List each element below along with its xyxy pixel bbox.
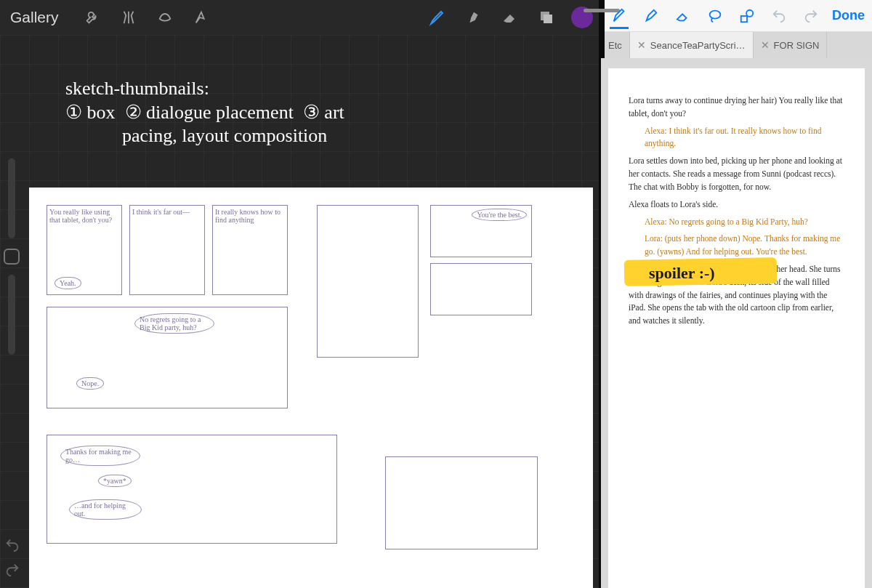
dialogue-text: I think it's far out— — [132, 208, 202, 216]
layers-icon[interactable] — [530, 1, 562, 33]
done-button[interactable]: Done — [832, 8, 865, 23]
thumbnail-panel — [430, 263, 532, 315]
script-line: Alexa: No regrets going to a Big Kid Par… — [629, 216, 844, 229]
document-viewport[interactable]: Lora turns away to continue drying her h… — [601, 58, 872, 588]
adjust-icon[interactable] — [113, 1, 145, 33]
spoiler-annotation: spoiler :-) — [649, 261, 715, 286]
undo-button[interactable] — [1, 534, 23, 556]
dialogue-reply: Nope. — [76, 377, 104, 390]
modify-button[interactable] — [4, 249, 20, 265]
highlighter-tool-icon[interactable] — [640, 5, 662, 27]
svg-point-4 — [746, 9, 753, 16]
thumbnail-panel — [317, 205, 419, 358]
dialogue-text: It really knows how to find anything — [215, 208, 285, 224]
dialogue-text: You're the best. — [472, 209, 527, 221]
tab-seance[interactable]: ✕SeanceTeaPartyScri… — [630, 32, 754, 58]
script-line: Lora: (puts her phone down) Nope. Thanks… — [629, 233, 844, 259]
thumbnail-panel: No regrets going to a Big Kid party, huh… — [47, 307, 288, 408]
thumbnail-panel: I think it's far out— — [129, 205, 205, 295]
redo-icon[interactable] — [800, 5, 822, 27]
dialogue-text: *yawn* — [98, 475, 132, 487]
handwritten-heading: sketch-thumbnails: ① box ② dialogue plac… — [65, 77, 344, 148]
dialogue-text: Thanks for making me go… — [60, 446, 140, 466]
tab-etc[interactable]: Etc — [601, 32, 630, 58]
eraser-icon[interactable] — [494, 1, 526, 33]
smudge-icon[interactable] — [458, 1, 490, 33]
procreate-canvas-area[interactable]: sketch-thumbnails: ① box ② dialogue plac… — [0, 35, 600, 588]
pen-tool-icon[interactable] — [608, 5, 630, 27]
notes-app: Done Etc ✕SeanceTeaPartyScri… ✕FOR SIGN … — [600, 0, 872, 588]
brush-icon[interactable] — [421, 1, 453, 33]
thumbnail-panel — [385, 456, 538, 549]
redo-button[interactable] — [1, 559, 23, 581]
thumbnail-panel: It really knows how to find anything — [212, 205, 288, 295]
dialogue-reply: Yeah. — [54, 277, 81, 289]
shapes-tool-icon[interactable] — [736, 5, 758, 27]
svg-point-2 — [710, 10, 721, 18]
lasso-tool-icon[interactable] — [704, 5, 726, 27]
script-line: Lora turns away to continue drying her h… — [629, 94, 844, 121]
brush-size-slider[interactable] — [8, 158, 15, 238]
opacity-slider[interactable] — [8, 275, 15, 355]
wrench-icon[interactable] — [76, 1, 108, 33]
thumbnail-panel: You're the best. — [430, 205, 532, 257]
svg-rect-1 — [544, 15, 552, 23]
markup-toolbar: Done — [601, 0, 872, 32]
move-icon[interactable] — [185, 1, 217, 33]
document-tabs: Etc ✕SeanceTeaPartyScri… ✕FOR SIGN — [601, 32, 872, 58]
close-icon[interactable]: ✕ — [637, 39, 646, 51]
dialogue-text: No regrets going to a Big Kid party, huh… — [134, 313, 214, 334]
undo-icon[interactable] — [768, 5, 790, 27]
gallery-button[interactable]: Gallery — [10, 9, 59, 26]
side-sliders — [0, 35, 23, 588]
canvas-page[interactable]: You really like using that tablet, don't… — [29, 188, 593, 588]
close-icon[interactable]: ✕ — [761, 39, 770, 51]
script-line: Lora settles down into bed, picking up h… — [629, 155, 844, 193]
procreate-toolbar: Gallery — [0, 0, 600, 35]
thumbnail-panel: Thanks for making me go… *yawn* …and for… — [47, 435, 337, 544]
dialogue-text: You really like using that tablet, don't… — [49, 208, 119, 224]
dialogue-text: …and for helping out. — [69, 499, 142, 520]
selection-icon[interactable] — [149, 1, 181, 33]
script-page: Lora turns away to continue drying her h… — [608, 68, 865, 588]
procreate-app: Gallery sketch-thumbnails: ① box ② dialo… — [0, 0, 600, 588]
script-line: Alexa: I think it's far out. It really k… — [629, 125, 844, 151]
thumbnail-panel: You really like using that tablet, don't… — [47, 205, 122, 295]
eraser-tool-icon[interactable] — [672, 5, 694, 27]
svg-rect-3 — [741, 16, 747, 22]
tab-forsign[interactable]: ✕FOR SIGN — [754, 32, 828, 58]
script-line: Alexa floats to Lora's side. — [629, 198, 844, 212]
